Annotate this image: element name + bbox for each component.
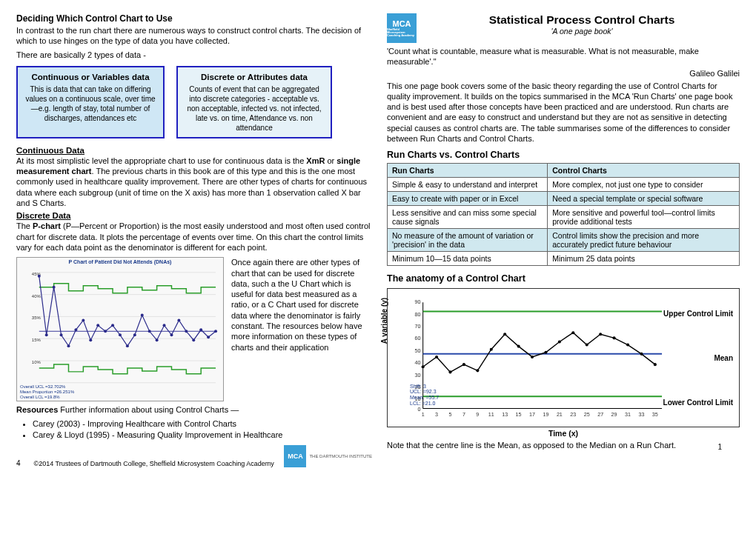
table-cell: Minimum 10—15 data points [388, 252, 548, 266]
svg-text:25: 25 [584, 412, 590, 418]
svg-text:90: 90 [415, 300, 421, 306]
anatomy-heading: The anatomy of a Control Chart [387, 273, 740, 284]
svg-point-80 [558, 341, 561, 344]
svg-point-71 [435, 356, 438, 358]
svg-point-79 [544, 351, 547, 354]
svg-point-36 [214, 330, 217, 333]
svg-text:35%: 35% [32, 316, 42, 321]
table-cell: More sensitive and powerful tool—control… [548, 206, 740, 229]
pchart-title: P Chart of Patient Did Not Attends (DNAs… [17, 259, 223, 264]
svg-point-78 [531, 356, 534, 358]
mca-logo: MCA Sheffield MicrosystemCoaching Academ… [387, 13, 417, 43]
table-cell: Easy to create with paper or in Excel [388, 192, 548, 206]
dartmouth-logo: THE DARTMOUTH INSTITUTE [309, 454, 372, 458]
svg-point-31 [177, 319, 180, 322]
discrete-box: Discrete or Attributes data Counts of ev… [176, 66, 332, 138]
svg-text:33: 33 [638, 412, 644, 418]
svg-point-18 [82, 319, 84, 322]
left-column: Deciding Which Control Chart to Use In c… [16, 13, 372, 467]
svg-point-73 [462, 363, 465, 366]
svg-point-17 [74, 329, 77, 332]
svg-point-15 [60, 333, 63, 336]
footer-left: 4 ©2014 Trustees of Dartmouth College, S… [16, 445, 372, 467]
table-cell: Minimum 25 data points [548, 252, 740, 266]
mean-label: Mean [714, 354, 733, 362]
continuous-box: Continuous or Variables data This is dat… [16, 66, 165, 138]
svg-point-76 [503, 333, 506, 336]
svg-text:19: 19 [543, 412, 548, 418]
svg-point-30 [170, 333, 173, 336]
svg-point-83 [599, 333, 602, 336]
svg-point-74 [476, 370, 479, 373]
right-column: MCA Sheffield MicrosystemCoaching Academ… [387, 13, 740, 467]
table-cell: Need a special template or special softw… [548, 192, 740, 206]
deciding-intro: In contrast to the run chart there are n… [16, 25, 372, 47]
svg-text:5: 5 [449, 412, 452, 418]
continuous-box-body: This is data that can take on differing … [24, 84, 157, 123]
discrete-text: The P-chart (P—Percent or Proportion) is… [16, 221, 372, 253]
th-run-charts: Run Charts [388, 164, 548, 178]
svg-text:60: 60 [415, 336, 421, 342]
svg-point-21 [104, 330, 107, 333]
svg-point-32 [185, 330, 188, 333]
discrete-box-body: Counts of event that can be aggregated i… [184, 84, 325, 133]
svg-point-29 [163, 324, 166, 327]
chart-stats: Shift: 3 UCL: =92.3 Mean: =55.7 LCL: =21… [410, 384, 439, 407]
intro-body: This one page book covers some of the ba… [387, 81, 740, 144]
resources-line: Resources Further information about usin… [16, 404, 372, 415]
svg-text:70: 70 [415, 324, 421, 330]
x-axis-label: Time (x) [387, 429, 740, 438]
table-cell: Less sensitive and can miss some special… [388, 206, 548, 229]
types-intro: There are basically 2 types of data - [16, 50, 372, 60]
svg-text:50: 50 [415, 348, 421, 354]
svg-text:9: 9 [476, 412, 479, 418]
svg-point-82 [586, 344, 588, 347]
th-control-charts: Control Charts [548, 164, 740, 178]
svg-text:15: 15 [516, 412, 522, 418]
resource-item: Carey & Lloyd (1995) - Measuring Quality… [33, 430, 372, 441]
comparison-heading: Run Charts vs. Control Charts [387, 150, 740, 160]
svg-text:23: 23 [570, 412, 576, 418]
svg-point-27 [148, 330, 151, 333]
data-type-boxes: Continuous or Variables data This is dat… [16, 66, 372, 138]
pchart-svg: 45% 40% 35% 15% 10% [17, 258, 223, 401]
page-number-right: 1 [717, 443, 722, 451]
table-cell: No measure of the amount of variation or… [388, 229, 548, 252]
resources-list: Carey (2003) - Improving Healthcare with… [33, 418, 372, 441]
svg-point-84 [613, 337, 616, 340]
svg-text:35: 35 [652, 412, 658, 418]
svg-point-77 [517, 345, 520, 348]
svg-point-86 [640, 353, 643, 356]
pchart-side-text: Once again there are other types of char… [231, 257, 372, 401]
mca-logo-small: MCA [284, 445, 306, 467]
ucl-label: Upper Control Limit [663, 310, 733, 318]
svg-text:27: 27 [597, 412, 603, 418]
svg-text:29: 29 [611, 412, 617, 418]
continuous-text: At its most simplistic level the appropr… [16, 156, 372, 208]
quote: 'Count what is countable, measure what i… [387, 46, 740, 67]
resource-item: Carey (2003) - Improving Healthcare with… [33, 418, 372, 430]
page-number-left: 4 [16, 459, 21, 467]
svg-point-26 [141, 314, 144, 317]
table-cell: Control limits show the precision and mo… [548, 229, 740, 252]
svg-text:13: 13 [502, 412, 508, 418]
svg-text:15%: 15% [32, 338, 42, 342]
pchart-stats: Overall UCL =32.702% Mean Proportion =26… [20, 384, 74, 399]
svg-point-35 [207, 336, 210, 338]
svg-text:1: 1 [422, 412, 425, 418]
continuous-subhead: Continuous Data [16, 146, 372, 155]
comparison-table: Run Charts Control Charts Simple & easy … [387, 163, 740, 266]
table-cell: More complex, not just one type to consi… [548, 178, 740, 192]
svg-point-22 [111, 324, 114, 327]
anatomy-wrapper: A variable (y) Upper Control Limit Mean … [387, 288, 740, 438]
svg-text:3: 3 [435, 412, 438, 418]
svg-point-75 [490, 348, 493, 351]
discrete-box-title: Discrete or Attributes data [184, 72, 325, 83]
svg-point-72 [448, 371, 451, 374]
svg-point-12 [38, 275, 41, 278]
svg-point-25 [133, 333, 136, 336]
svg-text:11: 11 [488, 412, 494, 418]
svg-point-70 [422, 366, 425, 369]
svg-point-85 [626, 344, 629, 347]
title-area: MCA Sheffield MicrosystemCoaching Academ… [387, 13, 740, 43]
